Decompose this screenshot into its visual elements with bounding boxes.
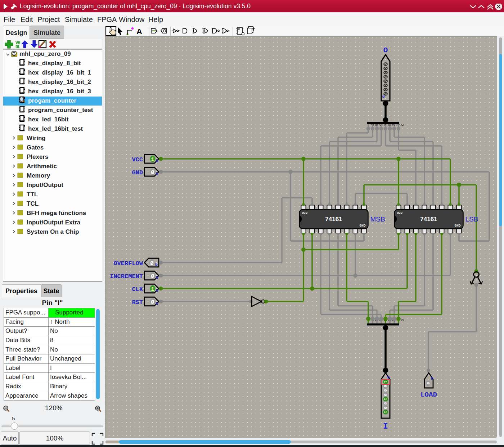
- svg-text:I: I: [383, 422, 388, 431]
- svg-text:Vcc: Vcc: [397, 211, 403, 215]
- svg-text:Ø: Ø: [151, 170, 154, 176]
- svg-text:0: 0: [400, 319, 404, 322]
- svg-text:Ø: Ø: [383, 407, 387, 409]
- svg-text:1: 1: [383, 411, 387, 413]
- svg-text:GND: GND: [359, 224, 365, 228]
- svg-text:2: 2: [392, 124, 396, 126]
- svg-text:74161: 74161: [420, 216, 437, 223]
- svg-text:OVERFLOW: OVERFLOW: [113, 260, 143, 267]
- svg-text:Vcc: Vcc: [302, 211, 308, 215]
- svg-text:main: main: [20, 110, 25, 112]
- svg-text:74161: 74161: [325, 216, 342, 223]
- svg-text:RST: RST: [132, 299, 143, 306]
- svg-text:Ø: Ø: [383, 394, 387, 396]
- svg-text:Ø: Ø: [383, 385, 387, 388]
- svg-text:LSB: LSB: [465, 215, 478, 223]
- svg-text:5: 5: [379, 124, 383, 126]
- svg-text:b: b: [156, 289, 158, 293]
- svg-text:LOAD: LOAD: [420, 391, 437, 399]
- svg-text:VCC: VCC: [132, 156, 143, 163]
- svg-text:1: 1: [396, 124, 400, 126]
- svg-text:main: main: [20, 129, 25, 131]
- svg-text:b: b: [156, 159, 158, 163]
- svg-text:CLK: CLK: [132, 286, 143, 293]
- svg-text:GND: GND: [132, 169, 143, 176]
- svg-text:6: 6: [374, 124, 378, 126]
- svg-text:Ø: Ø: [151, 273, 154, 280]
- svg-text:4: 4: [383, 124, 387, 126]
- svg-text:INCREMENT: INCREMENT: [110, 273, 143, 280]
- svg-text:Ø: Ø: [150, 260, 153, 267]
- svg-text:GND: GND: [454, 224, 460, 228]
- svg-text:b: b: [155, 263, 158, 267]
- svg-text:1: 1: [151, 286, 154, 292]
- svg-text:Ø: Ø: [426, 382, 430, 385]
- svg-text:b: b: [381, 95, 386, 98]
- svg-text:Ø: Ø: [383, 389, 387, 392]
- svg-text:Ø: Ø: [151, 299, 154, 305]
- svg-text:O: O: [383, 46, 388, 54]
- svg-text:MSB: MSB: [370, 215, 385, 223]
- svg-text:3: 3: [387, 124, 391, 126]
- svg-text:Ø: Ø: [383, 402, 387, 405]
- svg-text:main: main: [20, 82, 25, 84]
- svg-text:main: main: [20, 73, 25, 75]
- svg-text:1: 1: [383, 398, 387, 400]
- svg-text:A: A: [136, 27, 142, 36]
- svg-text:main: main: [20, 91, 25, 94]
- svg-text:DL: DL: [15, 45, 20, 49]
- svg-text:b: b: [156, 301, 158, 306]
- svg-text:1: 1: [151, 157, 154, 163]
- svg-text:1: 1: [383, 381, 387, 383]
- svg-text:0: 0: [400, 124, 404, 126]
- svg-text:7: 7: [370, 124, 374, 126]
- svg-text:main: main: [20, 63, 25, 66]
- svg-text:b: b: [387, 375, 390, 380]
- svg-text:b: b: [156, 172, 158, 176]
- svg-text:main: main: [20, 120, 25, 122]
- svg-text:b: b: [431, 376, 433, 381]
- svg-text:b: b: [156, 276, 158, 280]
